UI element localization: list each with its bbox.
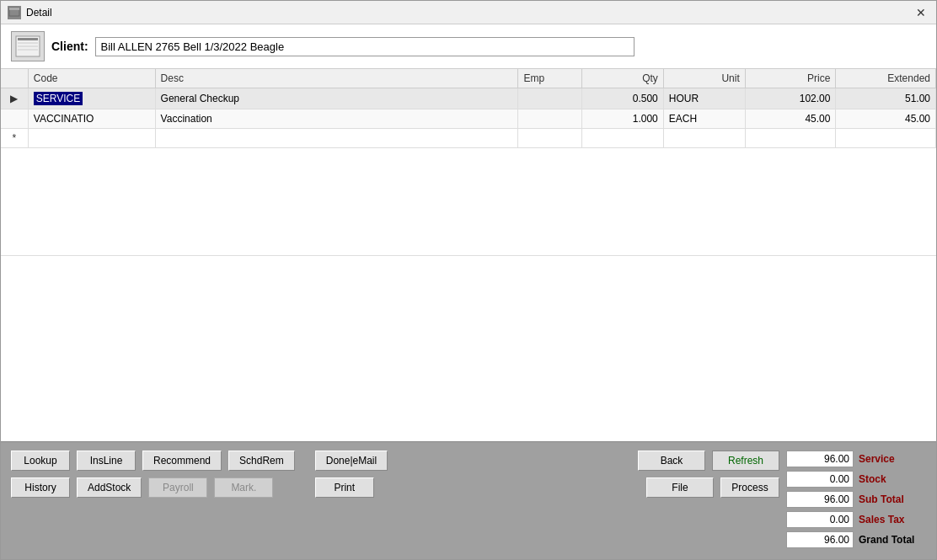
lookup-button[interactable]: Lookup [11, 451, 70, 471]
history-button[interactable]: History [11, 477, 70, 498]
row-code[interactable]: SERVICE [28, 88, 155, 109]
client-icon [11, 31, 45, 61]
row-code[interactable] [28, 129, 155, 148]
subtotal-row: Sub Total [786, 491, 926, 508]
col-code: Code [28, 69, 155, 88]
row-extended[interactable]: 51.00 [836, 88, 936, 109]
service-row: Service [786, 451, 926, 467]
doneemail-button[interactable]: Done|eMail [315, 451, 388, 471]
stock-value[interactable] [786, 471, 854, 488]
salestax-value[interactable] [786, 511, 854, 528]
nav-row-1: Back Refresh [638, 451, 779, 471]
row-extended[interactable] [836, 129, 936, 148]
summary-section: Service Stock Sub Total Sales Tax Grand … [786, 451, 926, 548]
svg-rect-3 [18, 38, 38, 40]
col-qty: Qty [581, 69, 663, 88]
row-extended[interactable]: 45.00 [836, 109, 936, 129]
empty-area [1, 256, 936, 442]
row-price[interactable]: 45.00 [745, 109, 836, 129]
row-emp[interactable] [518, 129, 581, 148]
addstock-button[interactable]: AddStock [77, 477, 142, 498]
row-qty[interactable] [581, 129, 663, 148]
back-button[interactable]: Back [638, 451, 705, 471]
row-qty[interactable]: 1.000 [581, 109, 663, 129]
footer-row-2: History AddStock Payroll Mark. [11, 477, 295, 498]
footer-row-1: Lookup InsLine Recommend SchdRem [11, 451, 295, 471]
col-emp: Emp [518, 69, 581, 88]
stock-label: Stock [859, 473, 926, 485]
recommend-button[interactable]: Recommend [142, 451, 222, 471]
table-row[interactable]: VACCINATIOVaccination1.000EACH45.0045.00 [1, 109, 936, 129]
row-unit[interactable]: HOUR [663, 88, 745, 109]
grandtotal-label: Grand Total [859, 534, 926, 546]
row-indicator: * [1, 129, 28, 148]
col-indicator [1, 69, 28, 88]
row-unit[interactable]: EACH [663, 109, 745, 129]
payroll-button: Payroll [148, 477, 207, 498]
schdrem-button[interactable]: SchdRem [228, 451, 295, 471]
salestax-label: Sales Tax [859, 514, 926, 525]
row-indicator [1, 109, 28, 129]
client-field[interactable] [95, 37, 634, 56]
svg-rect-1 [9, 8, 19, 10]
client-label: Client: [51, 40, 88, 53]
table-row[interactable]: ▶SERVICEGeneral Checkup0.500HOUR102.0051… [1, 88, 936, 109]
row-emp[interactable] [518, 109, 581, 129]
service-value[interactable] [786, 451, 854, 467]
footer: Lookup InsLine Recommend SchdRem History… [1, 441, 936, 559]
print-button[interactable]: Print [315, 477, 374, 498]
row-unit[interactable] [663, 129, 745, 148]
window-icon [8, 6, 21, 19]
refresh-button[interactable]: Refresh [712, 451, 779, 471]
row-desc[interactable]: General Checkup [155, 88, 518, 109]
service-label: Service [859, 453, 926, 465]
window-title: Detail [26, 7, 52, 19]
title-bar-left: Detail [8, 6, 52, 19]
footer-buttons: Lookup InsLine Recommend SchdRem History… [11, 451, 295, 498]
row-price[interactable] [745, 129, 836, 148]
insline-button[interactable]: InsLine [77, 451, 136, 471]
content-area: Client: Code [1, 24, 936, 441]
title-bar: Detail ✕ [1, 1, 936, 24]
grid-container: Code Desc Emp Qty Unit Price Extended ▶S… [1, 69, 936, 256]
row-indicator: ▶ [1, 88, 28, 109]
client-row: Client: [1, 24, 936, 69]
footer-row-3: Done|eMail [315, 451, 388, 471]
row-desc[interactable] [155, 129, 518, 148]
col-unit: Unit [663, 69, 745, 88]
grid-header: Code Desc Emp Qty Unit Price Extended [1, 69, 936, 88]
nav-row-2: File Process [646, 477, 779, 498]
stock-row: Stock [786, 471, 926, 488]
grid-table: Code Desc Emp Qty Unit Price Extended ▶S… [1, 69, 936, 148]
footer-nav-buttons: Back Refresh File Process [638, 451, 779, 498]
col-price: Price [745, 69, 836, 88]
row-code[interactable]: VACCINATIO [28, 109, 155, 129]
file-button[interactable]: File [646, 477, 714, 498]
grandtotal-row: Grand Total [786, 531, 926, 548]
col-extended: Extended [836, 69, 936, 88]
subtotal-value[interactable] [786, 491, 854, 508]
footer-middle-buttons: Done|eMail Print [315, 451, 388, 498]
salestax-row: Sales Tax [786, 511, 926, 528]
subtotal-label: Sub Total [859, 493, 926, 505]
footer-row-4: Print [315, 477, 388, 498]
col-desc: Desc [155, 69, 518, 88]
close-button[interactable]: ✕ [913, 6, 929, 19]
row-desc[interactable]: Vaccination [155, 109, 518, 129]
table-row[interactable]: * [1, 129, 936, 148]
process-button[interactable]: Process [720, 477, 779, 498]
mark-button: Mark. [214, 477, 273, 498]
row-emp[interactable] [518, 88, 581, 109]
row-qty[interactable]: 0.500 [581, 88, 663, 109]
grandtotal-value[interactable] [786, 531, 854, 548]
row-price[interactable]: 102.00 [745, 88, 836, 109]
main-window: Detail ✕ Client: [0, 0, 937, 560]
